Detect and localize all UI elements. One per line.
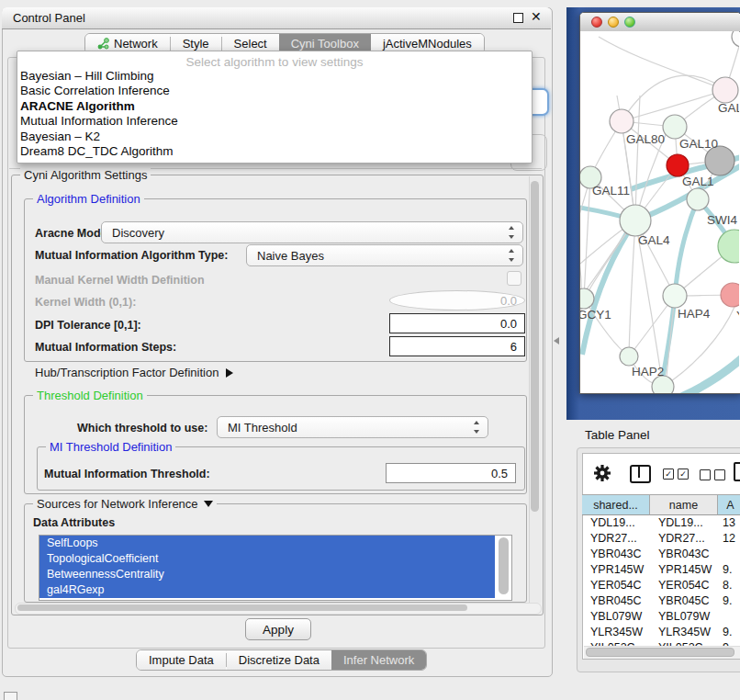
dock-panel-icon[interactable] <box>4 692 17 700</box>
table-row[interactable]: YLR345WYLR345W9. <box>582 625 740 640</box>
node-swi4[interactable] <box>687 188 709 210</box>
tab-infer-network[interactable]: Infer Network <box>331 650 426 670</box>
mi-algorithm-type-label: Mutual Information Algorithm Type: <box>35 249 228 262</box>
node-label-gal4: GAL4 <box>638 233 670 247</box>
table-hscrollbar-thumb[interactable] <box>586 648 734 657</box>
table-row[interactable]: YBR043CYBR043C <box>582 547 740 562</box>
table-row[interactable]: YDR27...YDR27...12 <box>582 531 740 547</box>
dropdown-item[interactable]: Bayesian – K2 <box>17 130 532 144</box>
tab-label: Network <box>114 37 158 51</box>
tab-discretize-data[interactable]: Discretize Data <box>227 650 331 670</box>
data-attributes-list[interactable]: SelfLoopsTopologicalCoefficientBetweenne… <box>39 535 512 601</box>
column-header[interactable]: A <box>718 494 740 515</box>
attribute-list-item[interactable]: SelfLoops <box>39 536 495 551</box>
mi-steps-field[interactable]: 6 <box>389 336 525 356</box>
node-hap2[interactable] <box>620 347 638 366</box>
node-hap4[interactable] <box>663 284 687 308</box>
attribute-list-item[interactable]: BetweennessCentrality <box>39 567 495 582</box>
table-cell: 13 <box>718 515 740 531</box>
tab-label: Select <box>234 37 267 51</box>
node-label-swi4: SWI4 <box>707 213 737 227</box>
float-window-icon[interactable] <box>513 13 523 23</box>
tab-impute-data[interactable]: Impute Data <box>137 650 226 670</box>
table-cell: YBR045C <box>582 593 650 609</box>
node-salmon[interactable] <box>721 283 739 307</box>
network-view-canvas[interactable]: GALGAL80GAL10GAL1GAL11SWI4GAL4GCY1HAP4YH… <box>580 31 739 393</box>
table-row[interactable]: YDL19...YDL19...13 <box>582 515 740 531</box>
mi-threshold-value: 0.5 <box>491 467 508 480</box>
settings-hscrollbar-thumb[interactable] <box>17 604 467 611</box>
node-unlabeled-top[interactable] <box>732 31 739 47</box>
dpi-tolerance-label: DPI Tolerance [0,1]: <box>35 319 141 332</box>
dropdown-item[interactable]: Mutual Information Inference <box>17 114 532 129</box>
mi-algorithm-type-select[interactable]: Naive Bayes <box>246 244 523 266</box>
table-header-row: shared...nameA <box>582 494 740 515</box>
column-header[interactable]: name <box>650 494 718 515</box>
minimize-traffic-light-icon[interactable] <box>608 17 619 28</box>
kernel-width-value: 0.0 <box>500 294 517 308</box>
tab-label: Style <box>183 37 209 51</box>
spinner-arrows-icon <box>473 421 481 434</box>
sources-title-text: Sources for Network Inference <box>37 497 198 511</box>
spinner-arrows-icon <box>508 249 516 262</box>
hub-definition-toggle[interactable]: Hub/Transcription Factor Definition <box>35 366 233 379</box>
mi-threshold-label: Mutual Information Threshold: <box>44 468 210 480</box>
page-icon[interactable] <box>734 462 740 481</box>
table-cell: YBR045C <box>650 593 718 609</box>
node-gal80[interactable] <box>610 109 633 133</box>
dropdown-item[interactable]: Dream8 DC_TDC Algorithm <box>17 144 532 159</box>
node-label-gal11: GAL11 <box>592 184 630 198</box>
apply-button[interactable]: Apply <box>245 618 311 640</box>
checked-pair-icon[interactable]: ✓✓ <box>663 469 689 480</box>
manual-kernel-width-checkbox[interactable] <box>507 271 521 286</box>
node-gal10[interactable] <box>663 115 687 139</box>
sources-group-title[interactable]: Sources for Network Inference <box>33 497 217 511</box>
close-traffic-light-icon[interactable] <box>591 17 602 28</box>
tab-label: Discretize Data <box>239 653 320 667</box>
network-window-titlebar[interactable] <box>580 13 740 32</box>
dropdown-item[interactable]: Bayesian – Hill Climbing <box>17 69 532 84</box>
split-divider-grip[interactable] <box>554 337 559 344</box>
settings-scrollbar-thumb[interactable] <box>531 181 539 512</box>
dropdown-placeholder: Select algorithm to view settings <box>17 51 532 69</box>
which-threshold-select[interactable]: MI Threshold <box>217 416 488 438</box>
node-gal1[interactable] <box>667 154 689 176</box>
list-scrollbar-thumb[interactable] <box>499 537 509 594</box>
mi-steps-value: 6 <box>510 340 517 354</box>
hub-definition-label: Hub/Transcription Factor Definition <box>35 366 219 379</box>
dropdown-item[interactable]: Basic Correlation Inference <box>17 84 532 98</box>
expand-right-icon <box>226 368 233 378</box>
node-gal4[interactable] <box>620 205 651 236</box>
table-panel-title: Table Panel <box>585 428 650 442</box>
aracne-mode-select[interactable]: Discovery <box>101 221 523 243</box>
table-cell: YPR145W <box>582 562 650 578</box>
column-header[interactable]: shared... <box>582 494 650 515</box>
dropdown-item[interactable]: ARACNE Algorithm <box>17 99 532 114</box>
node-label-hap2: HAP2 <box>632 365 664 378</box>
dpi-tolerance-value: 0.0 <box>500 317 517 331</box>
attribute-list-item[interactable]: TopologicalCoefficient <box>39 551 495 567</box>
mi-threshold-definition-title: MI Threshold Definition <box>46 440 175 454</box>
table-row[interactable]: YBL079WYBL079W <box>582 609 740 625</box>
dpi-tolerance-field[interactable]: 0.0 <box>389 313 525 333</box>
algorithm-definition-title: Algorithm Definition <box>33 192 144 206</box>
table-cell: YLR345W <box>650 625 718 640</box>
data-attributes-label: Data Attributes <box>33 516 115 529</box>
tab-label: Impute Data <box>149 653 214 667</box>
table-row[interactable]: YPR145WYPR145W9. <box>582 562 740 578</box>
control-panel-title: Control Panel <box>13 11 85 25</box>
kernel-width-field[interactable]: 0.0 <box>389 290 525 310</box>
close-icon[interactable]: ✕ <box>531 9 542 24</box>
table-row[interactable]: YBR045CYBR045C9. <box>582 593 740 609</box>
node-gal-pink[interactable] <box>712 77 738 103</box>
mi-algorithm-type-value: Naive Bayes <box>257 249 324 263</box>
unchecked-pair-icon[interactable] <box>700 469 725 480</box>
mi-threshold-field[interactable]: 0.5 <box>386 463 516 483</box>
zoom-traffic-light-icon[interactable] <box>624 17 635 28</box>
split-columns-icon[interactable] <box>630 465 651 483</box>
table-cell: YBL079W <box>650 609 718 625</box>
spinner-arrows-icon <box>508 226 516 239</box>
gear-icon[interactable] <box>593 464 611 485</box>
table-row[interactable]: YER054CYER054C8. <box>582 578 740 593</box>
attribute-list-item[interactable]: gal4RGexp <box>39 582 495 598</box>
